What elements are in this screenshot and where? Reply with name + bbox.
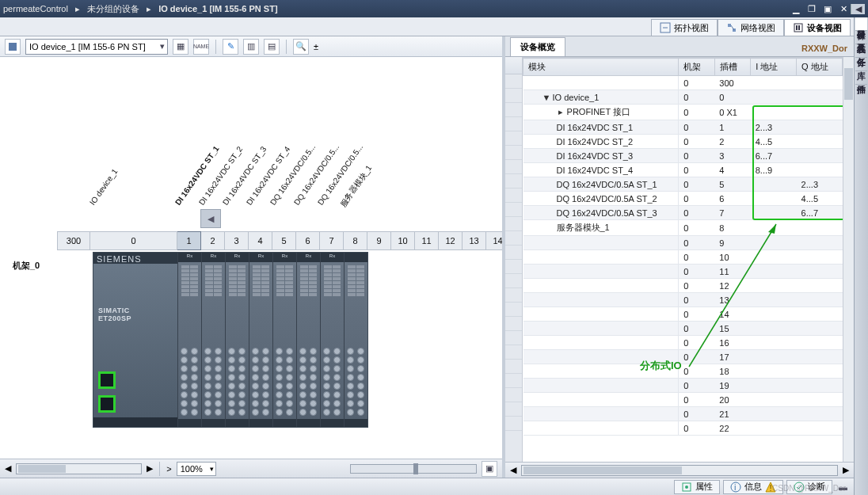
col-slot[interactable]: 插槽 [714, 59, 750, 76]
table-row[interactable]: 09 [523, 236, 843, 250]
tab-info[interactable]: i 信息 ! [723, 480, 783, 494]
side-panel-0[interactable]: 硬件目录 [855, 17, 867, 31]
table-row[interactable]: DQ 16x24VDC/0.5A ST_2064...5 [523, 192, 843, 206]
slot-3[interactable]: 3 [225, 231, 249, 250]
zoom-fit-button[interactable]: 🔍 [293, 39, 309, 55]
slot-11[interactable]: 11 [415, 231, 439, 250]
window-minimize-button[interactable]: ▁ [789, 2, 803, 15]
io-module-5[interactable]: Rx [272, 253, 296, 427]
io-module-2[interactable]: Rx [201, 253, 225, 427]
table-row[interactable]: 020 [523, 393, 843, 407]
table-row[interactable]: 服务器模块_108 [523, 220, 843, 236]
table-row[interactable]: DQ 16x24VDC/0.5A ST_1052...3 [523, 177, 843, 192]
grid-h-scrollbar[interactable] [521, 465, 838, 476]
zoom-reset-icon[interactable]: ± [314, 42, 318, 51]
ethernet-port-1[interactable] [98, 371, 116, 389]
slot-1[interactable]: 1 [177, 231, 201, 250]
table-row[interactable]: DI 16x24VDC ST_4048...9 [523, 163, 843, 177]
io-module-3[interactable]: Rx [225, 253, 249, 427]
scroll-up-icon[interactable]: > [166, 464, 171, 474]
table-row[interactable]: 022 [523, 421, 843, 436]
scroll-left-icon[interactable]: ◀ [5, 463, 11, 474]
zoom-slider[interactable] [350, 464, 477, 474]
io-module-8[interactable] [344, 253, 367, 427]
grid-scroll-right[interactable]: ▶ [843, 465, 849, 475]
device-selector-dropdown[interactable]: IO device_1 [IM 155-6 PN ST] [25, 39, 168, 55]
status-collapse-icon[interactable]: ▬ [836, 482, 851, 492]
layout-button[interactable]: ▤ [264, 39, 280, 55]
window-restore-button[interactable]: ❐ [805, 2, 819, 15]
overview-grid[interactable]: 模块 机架 插槽 I 地址 Q 地址 0300▼ IO device_100▸ … [523, 57, 843, 462]
side-panel-1[interactable]: 在线工具 [855, 31, 867, 44]
table-row[interactable]: DQ 16x24VDC/0.5A ST_3076...7 [523, 206, 843, 220]
table-row[interactable]: 013 [523, 293, 843, 307]
io-module-7[interactable]: Rx [320, 253, 344, 427]
window-close-button[interactable]: ✕ [836, 2, 851, 15]
tab-network-view[interactable]: 网络视图 [718, 19, 784, 36]
col-module[interactable]: 模块 [523, 59, 679, 76]
v-scrollbar[interactable] [843, 57, 854, 462]
table-row[interactable]: ▸ PROFINET 接口00 X1 [523, 105, 843, 120]
ethernet-port-2[interactable] [98, 395, 116, 413]
tab-device-overview[interactable]: 设备概览 [510, 37, 565, 56]
table-row[interactable]: DI 16x24VDC ST_2024...5 [523, 135, 843, 149]
io-module-1[interactable]: Rx [177, 253, 201, 427]
io-module-4[interactable]: Rx [249, 253, 272, 427]
slot-14[interactable]: 14 [486, 231, 502, 250]
show-catalog-button[interactable]: ▦ [173, 39, 188, 55]
col-qaddr[interactable]: Q 地址 [797, 59, 843, 76]
table-row[interactable]: DI 16x24VDC ST_1012...3 [523, 120, 843, 135]
tab-device-view[interactable]: 设备视图 [784, 19, 851, 36]
slot-5[interactable]: 5 [272, 231, 296, 250]
io-module-6[interactable]: Rx [296, 253, 320, 427]
table-row[interactable]: ▼ IO device_100 [523, 90, 843, 105]
slot-8[interactable]: 8 [344, 231, 367, 250]
tab-topology-view[interactable]: 拓扑视图 [651, 19, 718, 36]
slot-6[interactable]: 6 [296, 231, 320, 250]
zoom-dropdown[interactable]: 100% [177, 462, 216, 476]
slot-9[interactable]: 9 [367, 231, 391, 250]
side-panel-2[interactable]: 任务 [855, 44, 867, 58]
scroll-right-icon[interactable]: ▶ [147, 463, 153, 474]
table-row[interactable]: 019 [523, 379, 843, 393]
crumb-device[interactable]: IO device_1 [IM 155-6 PN ST] [158, 4, 277, 13]
table-row[interactable]: 011 [523, 265, 843, 279]
slot-4[interactable]: 4 [249, 231, 272, 250]
tab-properties[interactable]: 属性 [674, 480, 720, 494]
highlight-button[interactable]: ✎ [223, 39, 238, 55]
show-addresses-button[interactable]: NAME [193, 39, 209, 55]
device-graphic[interactable]: SIEMENS SIMATIC ET200SP RxRxRxRxRxRxRx [93, 252, 368, 428]
table-row[interactable]: 014 [523, 307, 843, 322]
h-scrollbar[interactable] [16, 463, 142, 474]
table-row[interactable]: DI 16x24VDC ST_3036...7 [523, 149, 843, 163]
slot-pre[interactable]: 300 [57, 231, 90, 250]
col-iaddr[interactable]: I 地址 [751, 59, 797, 76]
tab-diagnostics[interactable]: 诊断 [786, 480, 832, 494]
crumb-root[interactable]: permeateControl [3, 4, 68, 13]
save-layout-button[interactable]: ▣ [482, 461, 497, 477]
grid-button[interactable]: ▥ [243, 39, 259, 55]
slot-0[interactable]: 0 [90, 231, 177, 250]
table-row[interactable]: 021 [523, 407, 843, 421]
slot-2[interactable]: 2 [201, 231, 225, 250]
plc-head-module[interactable]: SIEMENS SIMATIC ET200SP [93, 253, 177, 427]
show-device-button[interactable] [5, 39, 21, 55]
table-row[interactable]: 015 [523, 322, 843, 336]
slot-12[interactable]: 12 [439, 231, 463, 250]
collapse-right-button[interactable]: ◀ [851, 4, 865, 14]
col-rack[interactable]: 机架 [679, 59, 714, 76]
grid-scroll-left[interactable]: ◀ [510, 465, 516, 475]
side-panel-4[interactable]: 插件 [855, 71, 867, 85]
table-row[interactable]: 018 [523, 364, 843, 379]
table-row[interactable]: 016 [523, 336, 843, 350]
slot-13[interactable]: 13 [463, 231, 486, 250]
table-row[interactable]: 010 [523, 250, 843, 265]
table-row[interactable]: 0300 [523, 76, 843, 90]
table-row[interactable]: 012 [523, 279, 843, 293]
slot-10[interactable]: 10 [391, 231, 415, 250]
crumb-group[interactable]: 未分组的设备 [87, 4, 139, 13]
window-maximize-button[interactable]: ▣ [820, 2, 835, 15]
scroll-left-button[interactable]: ◀ [200, 209, 221, 228]
side-panel-3[interactable]: 库 [855, 58, 867, 71]
slot-7[interactable]: 7 [320, 231, 344, 250]
